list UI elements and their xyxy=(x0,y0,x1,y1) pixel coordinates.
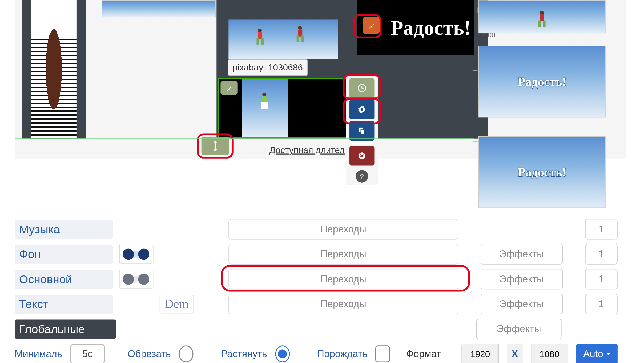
clip-duration-caption[interactable]: Доступная длител xyxy=(269,145,345,155)
row-global: Глобальные Эффекты xyxy=(15,317,618,341)
effects-button-global[interactable]: Эффекты xyxy=(476,319,561,339)
count-box-main[interactable]: 1 xyxy=(585,269,618,289)
svg-rect-4 xyxy=(361,129,365,134)
min-label: Минималь xyxy=(15,348,62,360)
auto-label: Auto xyxy=(583,348,603,360)
clock-icon xyxy=(357,83,367,93)
clip-thumbnail-top[interactable] xyxy=(102,0,216,17)
swatch-bg[interactable] xyxy=(119,245,153,263)
count-box-music[interactable]: 1 xyxy=(585,219,618,240)
min-duration-input[interactable] xyxy=(70,344,105,363)
row-text: Текст Dem Переходы Эффекты 1 xyxy=(15,292,618,317)
svg-point-2 xyxy=(361,108,363,111)
overlay-text: Радость! xyxy=(391,16,471,39)
transitions-button-bg[interactable]: Переходы xyxy=(228,244,458,265)
transitions-button-music[interactable]: Переходы xyxy=(228,219,458,240)
row-music: Музыка Переходы 1 xyxy=(15,217,618,242)
transitions-button-main[interactable]: Переходы xyxy=(228,269,458,289)
help-icon: ? xyxy=(360,172,364,180)
audio-waveform[interactable] xyxy=(31,0,77,139)
move-vertical-icon xyxy=(211,140,219,151)
demo-text: Dem xyxy=(164,297,189,311)
help-button[interactable]: ? xyxy=(356,170,368,183)
row-label-text[interactable]: Текст xyxy=(15,294,113,314)
spawn-checkbox[interactable] xyxy=(376,345,390,362)
count-box-text[interactable]: 1 xyxy=(585,294,618,314)
selected-clip-thumb xyxy=(242,79,288,137)
row-bg: Фон Переходы Эффекты 1 xyxy=(15,242,618,267)
copy-button[interactable] xyxy=(349,121,374,141)
preview-thumb-3[interactable]: Радость! xyxy=(478,136,606,208)
preview-thumb-2[interactable]: Радость! xyxy=(478,46,606,118)
pin-button-clip[interactable] xyxy=(220,81,237,95)
preview-thumb-1[interactable] xyxy=(478,0,606,33)
pin-icon xyxy=(226,84,233,92)
crop-label: Обрезать xyxy=(128,348,171,360)
row-main: Основной Переходы Эффекты 1 xyxy=(15,267,618,291)
effects-button-main[interactable]: Эффекты xyxy=(480,269,563,289)
copy-icon xyxy=(357,127,366,135)
format-width-input[interactable] xyxy=(461,344,499,363)
format-height-input[interactable] xyxy=(531,344,568,363)
effects-button-text[interactable]: Эффекты xyxy=(480,294,563,314)
pin-button-overlay[interactable] xyxy=(363,17,380,34)
preview-thumb-text: Радость! xyxy=(518,74,566,89)
bottom-bar: Минималь Обрезать Растянуть Порождать Фо… xyxy=(15,344,618,363)
duration-button[interactable] xyxy=(349,78,374,98)
effects-button-bg[interactable]: Эффекты xyxy=(480,244,563,265)
format-x: X xyxy=(507,344,523,363)
clip-thumbnail-mid[interactable] xyxy=(228,19,338,59)
stretch-radio[interactable] xyxy=(275,345,290,362)
swatch-text[interactable]: Dem xyxy=(159,295,194,313)
preview-thumb-text: Радость! xyxy=(518,165,566,179)
format-label: Формат xyxy=(406,348,441,360)
delete-button[interactable] xyxy=(349,146,374,165)
swatch-main[interactable] xyxy=(119,270,153,289)
row-label-global[interactable]: Глобальные xyxy=(15,319,116,339)
row-label-music[interactable]: Музыка xyxy=(15,220,113,239)
crop-radio[interactable] xyxy=(179,345,194,362)
row-label-bg[interactable]: Фон xyxy=(15,245,113,264)
spawn-label: Порождать xyxy=(317,348,368,360)
format-auto-button[interactable]: Auto xyxy=(576,344,618,363)
layer-rows: Музыка Переходы 1 Фон Переходы Эффекты 1… xyxy=(15,217,618,341)
chevron-down-icon xyxy=(606,353,610,355)
settings-button[interactable] xyxy=(349,100,374,119)
gear-icon xyxy=(357,105,367,115)
selected-clip-frame[interactable] xyxy=(218,78,353,138)
transitions-button-text[interactable]: Переходы xyxy=(228,294,458,314)
count-box-bg[interactable]: 1 xyxy=(585,244,618,265)
pin-icon xyxy=(367,21,375,29)
delete-icon xyxy=(357,151,366,160)
row-label-main[interactable]: Основной xyxy=(15,270,113,289)
stretch-label: Растянуть xyxy=(221,348,267,360)
clip-filename-tooltip: pixabay_1030686 xyxy=(228,59,308,76)
clip-action-stack: ? xyxy=(346,76,378,185)
move-vertical-button[interactable] xyxy=(202,137,229,155)
